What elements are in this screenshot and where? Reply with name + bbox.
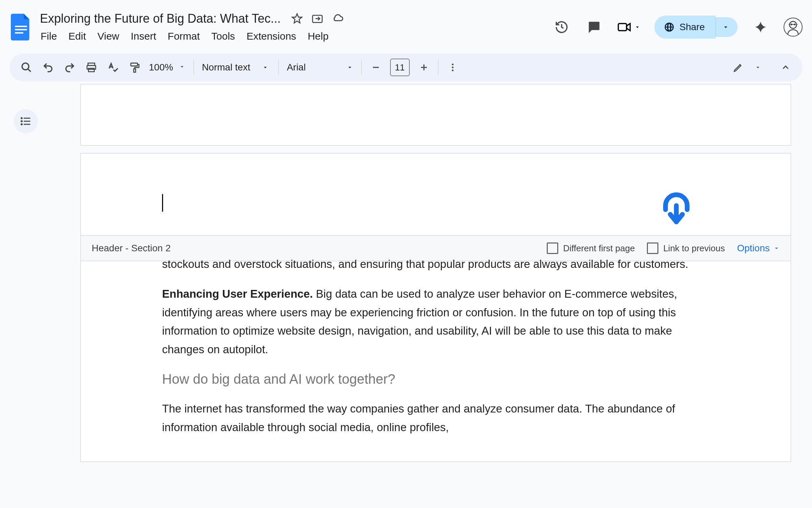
text-cursor bbox=[162, 194, 163, 212]
svg-rect-20 bbox=[24, 121, 30, 122]
print-icon[interactable] bbox=[83, 59, 100, 76]
chevron-down-icon bbox=[773, 245, 780, 252]
history-icon[interactable] bbox=[552, 18, 571, 37]
globe-icon bbox=[664, 22, 675, 33]
star-icon[interactable] bbox=[291, 13, 303, 25]
svg-point-19 bbox=[21, 120, 23, 122]
font-select[interactable]: Arial bbox=[282, 62, 358, 73]
spellcheck-icon[interactable] bbox=[104, 59, 122, 76]
menu-extensions[interactable]: Extensions bbox=[241, 28, 302, 44]
comments-icon[interactable] bbox=[585, 18, 604, 37]
menu-format[interactable]: Format bbox=[162, 28, 205, 44]
menu-edit[interactable]: Edit bbox=[63, 28, 91, 44]
share-label: Share bbox=[679, 22, 705, 33]
svg-rect-1 bbox=[15, 29, 27, 30]
more-icon[interactable] bbox=[444, 59, 461, 76]
pointer-hand-icon bbox=[656, 180, 697, 229]
paragraph[interactable]: stockouts and overstock situations, and … bbox=[162, 255, 709, 273]
document-title[interactable]: Exploring the Future of Big Data: What T… bbox=[37, 10, 284, 27]
svg-rect-22 bbox=[24, 124, 30, 125]
account-avatar[interactable] bbox=[784, 18, 803, 37]
move-icon[interactable] bbox=[311, 13, 323, 25]
undo-icon[interactable] bbox=[39, 59, 57, 76]
menu-view[interactable]: View bbox=[92, 28, 125, 44]
menubar: File Edit View Insert Format Tools Exten… bbox=[35, 28, 344, 44]
svg-point-21 bbox=[21, 123, 23, 125]
redo-icon[interactable] bbox=[61, 59, 78, 76]
svg-point-8 bbox=[22, 63, 29, 70]
menu-tools[interactable]: Tools bbox=[206, 28, 241, 44]
checkbox-link-to-previous[interactable]: Link to previous bbox=[647, 242, 725, 254]
docs-logo[interactable] bbox=[9, 12, 32, 43]
checkbox-icon bbox=[647, 242, 658, 254]
font-size-input[interactable]: 11 bbox=[390, 59, 410, 76]
page-header-region[interactable] bbox=[81, 153, 791, 235]
svg-rect-4 bbox=[618, 24, 627, 31]
paragraph[interactable]: The internet has transformed the way com… bbox=[162, 400, 709, 437]
chevron-down-icon bbox=[722, 23, 729, 31]
svg-rect-2 bbox=[15, 32, 23, 34]
menu-help[interactable]: Help bbox=[302, 28, 334, 44]
svg-point-15 bbox=[452, 67, 453, 68]
chevron-down-icon bbox=[346, 64, 353, 71]
meet-button[interactable] bbox=[617, 20, 641, 34]
share-dropdown[interactable] bbox=[716, 17, 738, 37]
svg-rect-12 bbox=[131, 63, 138, 66]
chevron-down-icon bbox=[634, 24, 641, 30]
chevron-down-icon bbox=[262, 64, 269, 71]
page-current[interactable]: Header - Section 2 Different first page … bbox=[81, 153, 791, 462]
section-heading[interactable]: How do big data and AI work together? bbox=[162, 372, 709, 387]
document-body[interactable]: stockouts and overstock situations, and … bbox=[81, 255, 791, 462]
menu-insert[interactable]: Insert bbox=[126, 28, 162, 44]
svg-rect-13 bbox=[134, 69, 136, 72]
toolbar: 100% Normal text Arial 11 bbox=[9, 54, 803, 81]
increase-font-icon[interactable] bbox=[415, 59, 433, 76]
zoom-select[interactable]: 100% bbox=[145, 62, 177, 73]
page-previous[interactable] bbox=[81, 84, 791, 146]
checkbox-different-first-page[interactable]: Different first page bbox=[547, 242, 635, 254]
header-options-button[interactable]: Options bbox=[737, 243, 780, 254]
decrease-font-icon[interactable] bbox=[367, 59, 385, 76]
svg-point-16 bbox=[452, 69, 453, 71]
header-section-label: Header - Section 2 bbox=[92, 243, 171, 254]
paint-format-icon[interactable] bbox=[126, 59, 143, 76]
outline-toggle-icon[interactable] bbox=[14, 109, 38, 133]
svg-point-14 bbox=[452, 64, 453, 65]
paragraph-style-select[interactable]: Normal text bbox=[197, 62, 275, 73]
menu-file[interactable]: File bbox=[35, 28, 62, 44]
gemini-icon[interactable] bbox=[751, 18, 770, 37]
search-icon[interactable] bbox=[18, 59, 35, 76]
svg-point-17 bbox=[21, 117, 23, 119]
editing-mode-icon[interactable] bbox=[729, 59, 747, 76]
share-button[interactable]: Share bbox=[654, 16, 716, 39]
cloud-status-icon[interactable] bbox=[332, 13, 344, 25]
svg-rect-18 bbox=[24, 118, 30, 119]
checkbox-icon bbox=[547, 242, 558, 254]
chevron-down-icon[interactable] bbox=[179, 63, 185, 71]
svg-rect-0 bbox=[15, 26, 27, 27]
collapse-toolbar-icon[interactable] bbox=[777, 59, 794, 76]
chevron-down-icon[interactable] bbox=[754, 64, 761, 71]
paragraph[interactable]: Enhancing User Experience. Big data can … bbox=[162, 285, 709, 359]
